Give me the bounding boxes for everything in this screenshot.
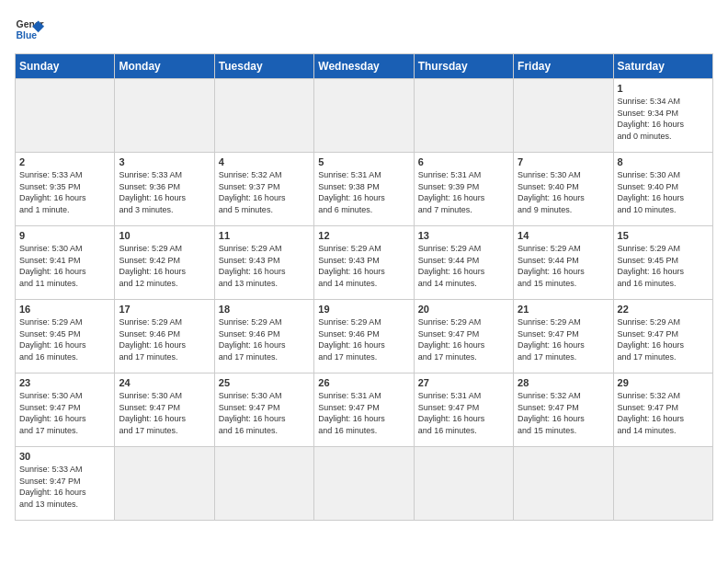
calendar-cell: 11Sunrise: 5:29 AM Sunset: 9:43 PM Dayli… [214,226,313,300]
day-info: Sunrise: 5:31 AM Sunset: 9:39 PM Dayligh… [418,169,509,215]
day-info: Sunrise: 5:29 AM Sunset: 9:45 PM Dayligh… [19,316,110,362]
day-info: Sunrise: 5:29 AM Sunset: 9:43 PM Dayligh… [318,243,409,289]
calendar-cell: 29Sunrise: 5:32 AM Sunset: 9:47 PM Dayli… [613,373,712,447]
day-info: Sunrise: 5:33 AM Sunset: 9:35 PM Dayligh… [19,169,110,215]
calendar-cell: 22Sunrise: 5:29 AM Sunset: 9:47 PM Dayli… [613,300,712,373]
day-info: Sunrise: 5:33 AM Sunset: 9:47 PM Dayligh… [19,464,110,510]
week-row-4: 23Sunrise: 5:30 AM Sunset: 9:47 PM Dayli… [16,373,713,447]
day-info: Sunrise: 5:30 AM Sunset: 9:47 PM Dayligh… [19,390,110,436]
day-number: 17 [119,304,210,315]
week-row-3: 16Sunrise: 5:29 AM Sunset: 9:45 PM Dayli… [16,300,713,373]
calendar-cell: 6Sunrise: 5:31 AM Sunset: 9:39 PM Daylig… [414,153,513,226]
week-row-5: 30Sunrise: 5:33 AM Sunset: 9:47 PM Dayli… [16,447,713,521]
day-number: 20 [418,304,509,315]
day-number: 2 [19,156,110,167]
calendar-cell: 4Sunrise: 5:32 AM Sunset: 9:37 PM Daylig… [214,153,313,226]
header-saturday: Saturday [613,54,712,79]
calendar-cell: 15Sunrise: 5:29 AM Sunset: 9:45 PM Dayli… [613,226,712,300]
day-info: Sunrise: 5:30 AM Sunset: 9:47 PM Dayligh… [119,390,210,436]
day-number: 15 [618,230,709,241]
calendar-cell: 9Sunrise: 5:30 AM Sunset: 9:41 PM Daylig… [16,226,115,300]
day-info: Sunrise: 5:29 AM Sunset: 9:43 PM Dayligh… [219,243,310,289]
day-number: 28 [518,377,609,388]
day-number: 16 [19,304,110,315]
day-number: 29 [618,377,709,388]
day-number: 19 [318,304,409,315]
day-number: 27 [418,377,509,388]
day-info: Sunrise: 5:32 AM Sunset: 9:37 PM Dayligh… [219,169,310,215]
calendar-cell: 30Sunrise: 5:33 AM Sunset: 9:47 PM Dayli… [16,447,115,521]
day-number: 10 [119,230,210,241]
day-info: Sunrise: 5:33 AM Sunset: 9:36 PM Dayligh… [119,169,210,215]
calendar-cell: 19Sunrise: 5:29 AM Sunset: 9:46 PM Dayli… [314,300,414,373]
day-info: Sunrise: 5:30 AM Sunset: 9:40 PM Dayligh… [518,169,609,215]
calendar-cell: 5Sunrise: 5:31 AM Sunset: 9:38 PM Daylig… [314,153,414,226]
day-number: 22 [618,304,709,315]
calendar-cell [214,79,313,153]
calendar-cell: 24Sunrise: 5:30 AM Sunset: 9:47 PM Dayli… [115,373,214,447]
calendar-cell [514,447,613,521]
calendar-cell: 17Sunrise: 5:29 AM Sunset: 9:46 PM Dayli… [115,300,214,373]
svg-text:Blue: Blue [17,30,38,40]
calendar-cell: 26Sunrise: 5:31 AM Sunset: 9:47 PM Dayli… [314,373,414,447]
week-row-0: 1Sunrise: 5:34 AM Sunset: 9:34 PM Daylig… [16,79,713,153]
day-info: Sunrise: 5:29 AM Sunset: 9:47 PM Dayligh… [618,316,709,362]
calendar-cell [414,79,513,153]
calendar-cell [314,79,414,153]
day-number: 6 [418,156,509,167]
day-info: Sunrise: 5:29 AM Sunset: 9:42 PM Dayligh… [119,243,210,289]
calendar-cell [16,79,115,153]
calendar-cell [115,447,214,521]
day-number: 12 [318,230,409,241]
day-info: Sunrise: 5:31 AM Sunset: 9:47 PM Dayligh… [318,390,409,436]
calendar-cell [613,447,712,521]
day-number: 14 [518,230,609,241]
calendar-cell: 21Sunrise: 5:29 AM Sunset: 9:47 PM Dayli… [514,300,613,373]
week-row-2: 9Sunrise: 5:30 AM Sunset: 9:41 PM Daylig… [16,226,713,300]
header-monday: Monday [115,54,214,79]
day-info: Sunrise: 5:29 AM Sunset: 9:45 PM Dayligh… [618,243,709,289]
day-number: 4 [219,156,310,167]
calendar-cell [414,447,513,521]
header-friday: Friday [514,54,613,79]
day-number: 7 [518,156,609,167]
day-number: 3 [119,156,210,167]
day-number: 21 [518,304,609,315]
day-number: 5 [318,156,409,167]
day-info: Sunrise: 5:29 AM Sunset: 9:46 PM Dayligh… [318,316,409,362]
week-row-1: 2Sunrise: 5:33 AM Sunset: 9:35 PM Daylig… [16,153,713,226]
calendar-cell: 10Sunrise: 5:29 AM Sunset: 9:42 PM Dayli… [115,226,214,300]
day-number: 1 [618,83,709,94]
logo-icon: General Blue [15,15,44,44]
day-info: Sunrise: 5:30 AM Sunset: 9:47 PM Dayligh… [219,390,310,436]
day-info: Sunrise: 5:29 AM Sunset: 9:44 PM Dayligh… [518,243,609,289]
calendar-cell: 25Sunrise: 5:30 AM Sunset: 9:47 PM Dayli… [214,373,313,447]
calendar-cell: 12Sunrise: 5:29 AM Sunset: 9:43 PM Dayli… [314,226,414,300]
day-info: Sunrise: 5:29 AM Sunset: 9:46 PM Dayligh… [119,316,210,362]
calendar-header-row: SundayMondayTuesdayWednesdayThursdayFrid… [16,54,713,79]
calendar-cell: 18Sunrise: 5:29 AM Sunset: 9:46 PM Dayli… [214,300,313,373]
day-info: Sunrise: 5:34 AM Sunset: 9:34 PM Dayligh… [618,96,709,142]
page-header: General Blue [15,15,713,44]
header-sunday: Sunday [16,54,115,79]
day-info: Sunrise: 5:29 AM Sunset: 9:46 PM Dayligh… [219,316,310,362]
day-number: 24 [119,377,210,388]
day-info: Sunrise: 5:31 AM Sunset: 9:47 PM Dayligh… [418,390,509,436]
calendar-cell: 1Sunrise: 5:34 AM Sunset: 9:34 PM Daylig… [613,79,712,153]
day-info: Sunrise: 5:29 AM Sunset: 9:44 PM Dayligh… [418,243,509,289]
calendar-cell: 7Sunrise: 5:30 AM Sunset: 9:40 PM Daylig… [514,153,613,226]
calendar-cell: 20Sunrise: 5:29 AM Sunset: 9:47 PM Dayli… [414,300,513,373]
day-info: Sunrise: 5:31 AM Sunset: 9:38 PM Dayligh… [318,169,409,215]
logo: General Blue [15,15,48,44]
day-info: Sunrise: 5:32 AM Sunset: 9:47 PM Dayligh… [518,390,609,436]
day-info: Sunrise: 5:32 AM Sunset: 9:47 PM Dayligh… [618,390,709,436]
day-info: Sunrise: 5:30 AM Sunset: 9:41 PM Dayligh… [19,243,110,289]
calendar-cell: 28Sunrise: 5:32 AM Sunset: 9:47 PM Dayli… [514,373,613,447]
day-info: Sunrise: 5:29 AM Sunset: 9:47 PM Dayligh… [418,316,509,362]
calendar-cell: 14Sunrise: 5:29 AM Sunset: 9:44 PM Dayli… [514,226,613,300]
day-number: 18 [219,304,310,315]
calendar-cell: 16Sunrise: 5:29 AM Sunset: 9:45 PM Dayli… [16,300,115,373]
day-number: 8 [618,156,709,167]
calendar-cell: 27Sunrise: 5:31 AM Sunset: 9:47 PM Dayli… [414,373,513,447]
calendar-cell [314,447,414,521]
